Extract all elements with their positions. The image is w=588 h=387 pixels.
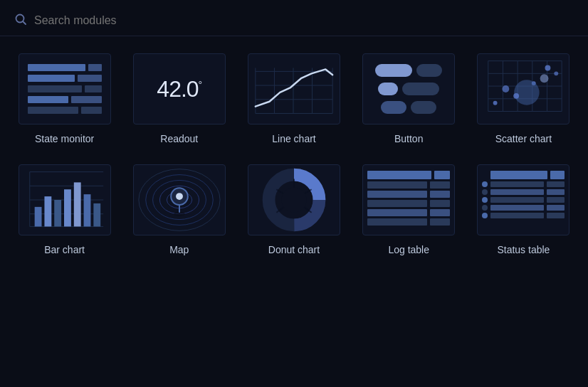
log-table-label: Log table — [388, 244, 429, 255]
donut-chart-preview — [248, 164, 340, 235]
svg-rect-39 — [64, 189, 71, 226]
readout-label: Readout — [160, 133, 198, 144]
svg-rect-42 — [93, 203, 100, 226]
state-monitor-label: State monitor — [35, 133, 94, 144]
svg-point-22 — [545, 65, 551, 71]
module-line-chart[interactable]: Line chart — [236, 43, 351, 154]
svg-rect-38 — [54, 200, 61, 226]
svg-rect-36 — [34, 207, 41, 227]
line-chart-label: Line chart — [272, 133, 315, 144]
svg-point-29 — [493, 101, 498, 105]
module-scatter-chart[interactable]: Scatter chart — [466, 43, 581, 154]
svg-line-1 — [23, 22, 26, 25]
module-readout[interactable]: 42.0° Readout — [122, 43, 236, 154]
svg-point-60 — [281, 187, 306, 212]
module-status-table[interactable]: Status table — [466, 154, 581, 265]
svg-rect-40 — [73, 182, 80, 226]
button-label: Button — [394, 133, 423, 144]
svg-point-50 — [176, 193, 183, 200]
line-chart-preview — [248, 53, 340, 124]
svg-point-28 — [503, 85, 510, 92]
bar-chart-label: Bar chart — [44, 244, 85, 255]
status-table-preview — [477, 164, 569, 235]
status-table-label: Status table — [497, 244, 550, 255]
module-button[interactable]: Button — [352, 43, 466, 154]
search-bar — [0, 0, 588, 36]
map-label: Map — [169, 244, 189, 255]
state-monitor-preview — [19, 53, 111, 124]
bar-chart-preview — [19, 164, 111, 235]
svg-point-27 — [514, 93, 520, 99]
scatter-chart-label: Scatter chart — [495, 133, 552, 144]
svg-point-0 — [16, 15, 24, 23]
module-bar-chart[interactable]: Bar chart — [7, 154, 122, 265]
svg-point-24 — [540, 74, 549, 83]
module-log-table[interactable]: Log table — [352, 154, 466, 265]
module-map[interactable]: Map — [122, 154, 236, 265]
search-icon — [14, 13, 27, 28]
module-grid: State monitor 42.0° Readout — [0, 36, 588, 272]
map-preview — [133, 164, 226, 235]
readout-value: 42.0° — [157, 76, 201, 102]
search-input[interactable] — [34, 14, 574, 27]
svg-point-26 — [515, 80, 540, 105]
scatter-chart-preview — [477, 53, 569, 124]
donut-chart-label: Donut chart — [268, 244, 320, 255]
svg-rect-37 — [44, 196, 51, 226]
readout-preview: 42.0° — [133, 53, 226, 124]
svg-rect-41 — [83, 194, 90, 226]
log-table-preview — [362, 164, 455, 235]
svg-point-23 — [555, 71, 559, 75]
module-donut-chart[interactable]: Donut chart — [236, 154, 351, 265]
button-preview — [362, 53, 455, 124]
module-state-monitor[interactable]: State monitor — [7, 43, 122, 154]
